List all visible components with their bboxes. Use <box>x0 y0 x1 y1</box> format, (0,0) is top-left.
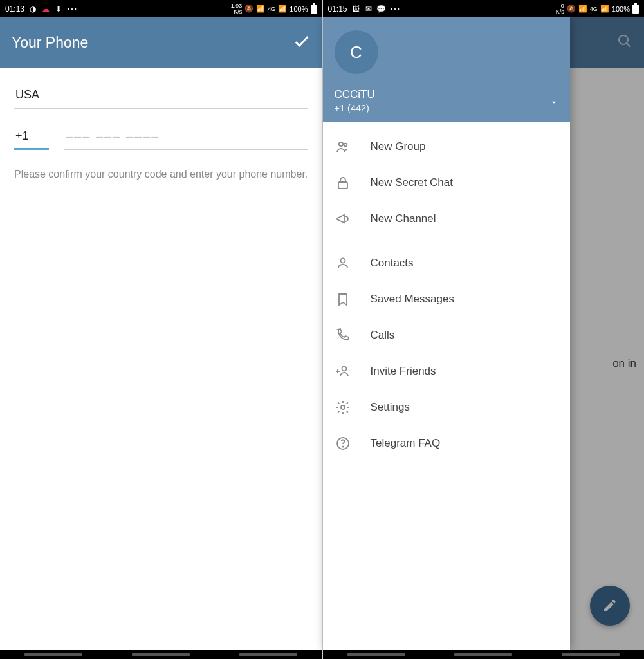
drawer-header: C CCCiTU +1 (442) <box>323 17 570 122</box>
login-form: USA +1 ––– ––– –––– Please confirm your … <box>0 68 322 181</box>
svg-point-9 <box>341 405 345 409</box>
megaphone-icon <box>335 210 351 227</box>
drawer-item-label: Contacts <box>371 257 414 270</box>
phone-icon <box>335 327 351 344</box>
wifi-icon: 📶 <box>256 5 265 14</box>
status-data-rate: 0 K/s <box>556 3 564 15</box>
phone-screen-login: 01:13 ◑ ☁ ⬇ ⋯ 1.93 K/s 🔕 📶 4G 📶 100% You… <box>0 0 322 659</box>
phone-number-input[interactable]: ––– ––– –––– <box>64 127 308 150</box>
nav-home[interactable] <box>454 653 512 656</box>
status-bar: 01:13 ◑ ☁ ⬇ ⋯ 1.93 K/s 🔕 📶 4G 📶 100% <box>0 0 322 17</box>
drawer-item-saved-messages[interactable]: Saved Messages <box>323 281 570 317</box>
phone-screen-drawer: 01:15 🖼 ✉ 💬 ⋯ 0 K/s 🔕 📶 4G 📶 100% on in <box>322 0 645 659</box>
nav-home[interactable] <box>132 653 190 656</box>
nav-back[interactable] <box>239 653 297 656</box>
confirm-button[interactable] <box>293 32 311 53</box>
drawer-item-label: Telegram FAQ <box>371 437 441 450</box>
drawer-item-calls[interactable]: Calls <box>323 317 570 353</box>
svg-point-2 <box>338 142 342 146</box>
status-more-icon: ⋯ <box>67 4 77 14</box>
status-data-rate: 1.93 K/s <box>231 3 243 15</box>
drawer-item-invite-friends[interactable]: Invite Friends <box>323 353 570 389</box>
svg-point-11 <box>342 446 343 447</box>
bookmark-icon <box>335 291 351 308</box>
drawer-item-settings[interactable]: Settings <box>323 389 570 425</box>
group-icon <box>335 138 351 155</box>
page-title: Your Phone <box>12 34 88 51</box>
nav-recent[interactable] <box>24 653 82 656</box>
status-net: 4G <box>268 6 275 12</box>
drawer-item-contacts[interactable]: Contacts <box>323 245 570 281</box>
drawer-menu: New Group New Secret Chat New Channel Co… <box>323 122 570 468</box>
status-more-icon: ⋯ <box>390 4 400 14</box>
status-app-icon: ⬇ <box>54 5 63 14</box>
drawer-item-new-secret-chat[interactable]: New Secret Chat <box>323 165 570 201</box>
drawer-phone-number: +1 (442) <box>335 103 375 113</box>
drawer-item-label: Saved Messages <box>371 293 454 306</box>
status-net: 4G <box>590 6 598 12</box>
gallery-icon: 🖼 <box>351 5 360 14</box>
mute-icon: 🔕 <box>244 5 253 14</box>
instruction-text: Please confirm your country code and ent… <box>14 167 308 181</box>
nav-recent[interactable] <box>347 653 405 656</box>
lock-icon <box>335 174 351 191</box>
android-navbar <box>0 650 322 659</box>
battery-icon <box>632 5 639 14</box>
drawer-item-new-group[interactable]: New Group <box>323 129 570 165</box>
svg-point-6 <box>342 367 346 371</box>
drawer-item-label: Calls <box>371 329 395 342</box>
drawer-item-telegram-faq[interactable]: Telegram FAQ <box>323 425 570 461</box>
account-switch-button[interactable] <box>549 98 558 109</box>
svg-point-3 <box>344 144 347 147</box>
battery-icon <box>311 5 317 14</box>
drawer-item-label: New Group <box>371 140 426 153</box>
navigation-drawer: C CCCiTU +1 (442) New Group New Secret C… <box>323 17 570 650</box>
drawer-item-label: Invite Friends <box>371 365 436 378</box>
mail-icon: ✉ <box>364 5 373 14</box>
status-app-icon: ◑ <box>28 5 37 14</box>
status-time: 01:15 <box>328 5 347 14</box>
signal-icon: 📶 <box>600 5 609 14</box>
add-person-icon <box>335 363 351 380</box>
app-header: Your Phone <box>0 17 322 68</box>
status-battery-pct: 100% <box>290 5 308 13</box>
svg-point-5 <box>340 259 345 263</box>
signal-icon: 📶 <box>278 5 287 14</box>
drawer-item-new-channel[interactable]: New Channel <box>323 201 570 237</box>
android-navbar <box>323 650 645 659</box>
drawer-item-label: Settings <box>371 401 410 414</box>
drawer-separator <box>323 241 570 241</box>
country-field[interactable]: USA <box>14 82 308 109</box>
help-icon <box>335 435 351 452</box>
drawer-item-label: New Channel <box>371 212 436 225</box>
country-code-input[interactable]: +1 <box>14 127 49 150</box>
wifi-icon: 📶 <box>578 5 587 14</box>
nav-back[interactable] <box>562 653 620 656</box>
person-icon <box>335 255 351 272</box>
mute-icon: 🔕 <box>567 5 576 14</box>
status-time: 01:13 <box>5 5 24 14</box>
status-battery-pct: 100% <box>612 5 630 13</box>
gear-icon <box>335 399 351 416</box>
status-bar: 01:15 🖼 ✉ 💬 ⋯ 0 K/s 🔕 📶 4G 📶 100% <box>323 0 645 17</box>
avatar[interactable]: C <box>335 30 378 74</box>
svg-rect-4 <box>338 182 347 189</box>
chat-icon: 💬 <box>377 5 386 14</box>
drawer-item-label: New Secret Chat <box>371 176 454 189</box>
status-app-icon: ☁ <box>41 5 50 14</box>
drawer-username: CCCiTU <box>335 88 375 101</box>
